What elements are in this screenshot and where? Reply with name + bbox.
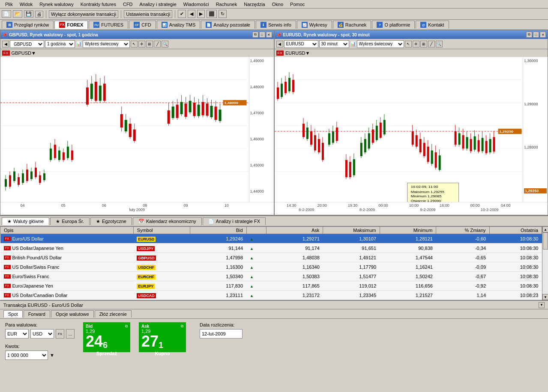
- toolbar-refresh[interactable]: ↻: [219, 10, 227, 18]
- chart-eurusd-close[interactable]: ✕: [540, 32, 546, 38]
- table-row[interactable]: FX US Dollar/Japanese Yen USDJPY 91,144 …: [0, 244, 542, 253]
- transaction-minimize[interactable]: ▼: [539, 302, 545, 308]
- chart-gbpusd-grid[interactable]: ⊞: [146, 41, 153, 48]
- toolbar-check[interactable]: ✔: [178, 10, 186, 18]
- scroll-up-btn[interactable]: ▲: [542, 226, 548, 232]
- chart-gbpusd-undock[interactable]: ⧉: [252, 32, 258, 38]
- tab-serwis-info[interactable]: ℹ Serwis info: [256, 21, 296, 29]
- col-bid[interactable]: Bid: [190, 227, 246, 234]
- table-row[interactable]: FX Euro/US Dollar EURUSD 1,29246 ▲ 1,292…: [0, 234, 542, 244]
- tab-o-platformie[interactable]: ? O platformie: [372, 21, 415, 29]
- currency-more-btn[interactable]: ...: [66, 329, 75, 339]
- chart-gbpusd-timeframe-select[interactable]: 1 godzina: [45, 40, 75, 48]
- transaction-tab-spot[interactable]: Spot: [3, 310, 23, 318]
- watchlist-tab-egzotyczne[interactable]: ★ Egzotyczne: [90, 217, 132, 225]
- chart-eurusd-canvas[interactable]: 10-02-09, 11:00 Maksimum 1,29255 Minimum…: [275, 57, 523, 202]
- menu-widok[interactable]: Widok: [16, 1, 36, 8]
- chart-eurusd-maximize[interactable]: □: [533, 32, 539, 38]
- toolbar-disable-trading[interactable]: Wyłącz dokonywanie transakcji: [49, 10, 118, 18]
- tab-kontakt[interactable]: @ Kontakt: [416, 21, 449, 29]
- col-symbol[interactable]: Symbol: [133, 227, 190, 234]
- amount-select[interactable]: 1 000 000: [5, 350, 48, 360]
- chart-gbpusd-draw1[interactable]: ╱: [154, 41, 161, 48]
- chart-eurusd-zoom-in[interactable]: 🔍: [436, 41, 443, 48]
- table-row[interactable]: FX British Pound/US Dollar GBPUSD 1,4799…: [0, 253, 542, 262]
- chart-eurusd-type-select[interactable]: Wykres świecowy: [357, 40, 404, 48]
- scroll-thumb[interactable]: [543, 232, 548, 249]
- menu-plik[interactable]: Plik: [2, 1, 16, 8]
- menu-pomoc[interactable]: Pomoc: [287, 1, 308, 8]
- menu-rynek-walutowy[interactable]: Rynek walutowy: [36, 1, 77, 8]
- chart-eurusd-nav-left[interactable]: ◀: [276, 41, 283, 48]
- toolbar-save[interactable]: 💾: [24, 10, 33, 18]
- chart-gbpusd-nav-left[interactable]: ◀: [2, 41, 9, 48]
- watchlist-tab-waluty[interactable]: ★ Waluty główne: [2, 217, 49, 225]
- ask-expand-icon[interactable]: ⧉: [181, 324, 183, 329]
- currency-from-select[interactable]: EUR: [5, 329, 29, 339]
- toolbar-new[interactable]: 📄: [2, 10, 11, 18]
- tab-analizy-tms[interactable]: 📊 Analizy TMS: [157, 21, 201, 29]
- table-row[interactable]: FX US Dollar/Canadian Dollar USDCAD 1,23…: [0, 291, 542, 300]
- bid-expand-icon[interactable]: ⧉: [125, 324, 128, 329]
- col-opis[interactable]: Opis: [0, 227, 134, 234]
- tab-futures[interactable]: FU FUTURES: [89, 21, 128, 29]
- col-last[interactable]: Ostatnia: [489, 227, 542, 234]
- watchlist-tab-analizy[interactable]: 📄 Analizy i strategie FX: [203, 217, 266, 225]
- menu-wiadomosci[interactable]: Wiadomości: [180, 1, 213, 8]
- chart-eurusd-cursor[interactable]: ↖: [405, 41, 412, 48]
- table-row[interactable]: FX US Dollar/Swiss Franc USDCHF 1,16300 …: [0, 262, 542, 272]
- tab-analizy-pozostale[interactable]: 📄 Analizy pozostałe: [201, 21, 255, 29]
- chart-eurusd-crosshair[interactable]: ✛: [413, 41, 419, 48]
- bid-box[interactable]: Bid ⧉ 1,29 24 6 Sprzedaż: [83, 322, 130, 352]
- table-row[interactable]: FX Euro/Japanese Yen EURJPY 117,830 ▲ 11…: [0, 281, 542, 291]
- tab-forex[interactable]: FX FOREX: [54, 21, 88, 29]
- chart-gbpusd-maximize[interactable]: □: [259, 32, 265, 38]
- chart-eurusd-grid[interactable]: ⊞: [420, 41, 427, 48]
- chart-eurusd-symbol-select[interactable]: EURUSD: [284, 40, 318, 48]
- chart-gbpusd-close[interactable]: ✕: [266, 32, 272, 38]
- chart-gbpusd-zoom-in[interactable]: 🔍: [162, 41, 168, 48]
- toolbar-back[interactable]: ◀: [188, 10, 195, 18]
- menu-cfd[interactable]: CFD: [120, 1, 136, 8]
- table-row[interactable]: FX Euro/Swiss Franc EURCHF 1,50340 ▲ 1,5…: [0, 272, 542, 281]
- tab-przeglad[interactable]: ⊞ Przegląd rynków: [2, 21, 54, 29]
- scroll-down-btn[interactable]: ▼: [542, 294, 548, 300]
- menu-analizy[interactable]: Analizy i strategie: [136, 1, 180, 8]
- toolbar-settings[interactable]: Ustawienia transakcji: [124, 10, 172, 18]
- arrow-usdchf: ▲: [246, 262, 267, 272]
- menu-rachunek[interactable]: Rachunek: [213, 1, 241, 8]
- chart-gbpusd-symbol-select[interactable]: GBPUSD: [10, 40, 44, 48]
- toolbar-open[interactable]: 📂: [13, 10, 22, 18]
- toolbar-stop[interactable]: ⬛: [207, 10, 217, 18]
- transaction-tab-opcje[interactable]: Opcje walutowe: [51, 310, 94, 318]
- chart-gbpusd-cursor[interactable]: ↖: [131, 41, 138, 48]
- currency-to-select[interactable]: USD: [30, 329, 54, 339]
- ask-box[interactable]: Ask ⧉ 1,29 27 1 Kupno: [139, 322, 186, 352]
- watchlist-tab-kalendarz[interactable]: 📅 Kalendarz ekonomiczny: [133, 217, 202, 225]
- chart-gbpusd-type-select[interactable]: Wykres świecowy: [83, 40, 130, 48]
- toolbar-fwd[interactable]: ▶: [197, 10, 205, 18]
- chart-gbpusd-canvas[interactable]: 1,48000: [0, 57, 249, 202]
- menu-okno[interactable]: Okno: [269, 1, 287, 8]
- chart-eurusd-undock[interactable]: ⧉: [526, 32, 532, 38]
- tab-cfd[interactable]: CF CFD: [129, 21, 156, 29]
- currency-fx-btn[interactable]: FX: [56, 329, 64, 339]
- transaction-tab-zloz[interactable]: Złóż zlecenie: [95, 310, 132, 318]
- chart-eurusd-draw1[interactable]: ╱: [428, 41, 435, 48]
- chart-eurusd-timeframe-select[interactable]: 30 minut: [319, 40, 349, 48]
- tab-wykresy[interactable]: 📈 Wykresy: [297, 21, 332, 29]
- chart-eurusd-dropdown[interactable]: ▼: [305, 50, 310, 56]
- col-min[interactable]: Minimum: [380, 227, 436, 234]
- tab-rachunek[interactable]: 💰 Rachunek: [333, 21, 371, 29]
- chart-gbpusd-dropdown[interactable]: ▼: [31, 50, 36, 56]
- date-input[interactable]: [200, 329, 243, 339]
- toolbar-print[interactable]: 🖨: [35, 11, 43, 18]
- col-change[interactable]: % Zmiany: [436, 227, 489, 234]
- menu-narzedzia[interactable]: Narzędzia: [240, 1, 269, 8]
- col-ask[interactable]: Ask: [267, 227, 323, 234]
- transaction-tab-forward[interactable]: Forward: [24, 310, 50, 318]
- watchlist-tab-europa[interactable]: ★ Europa Śr.: [50, 217, 90, 225]
- menu-kontrakty[interactable]: Kontrakty futures: [77, 1, 120, 8]
- col-max[interactable]: Maksimum: [323, 227, 380, 234]
- chart-gbpusd-crosshair[interactable]: ✛: [138, 41, 145, 48]
